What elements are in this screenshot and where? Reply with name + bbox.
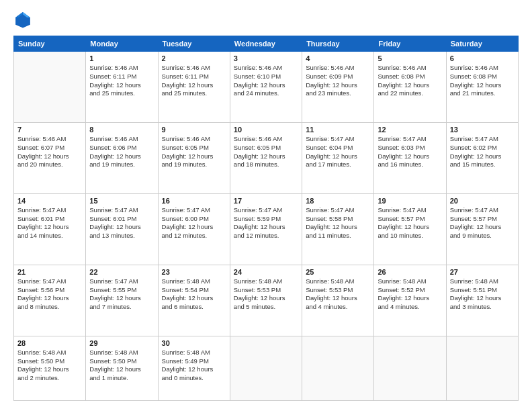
day-number: 17 bbox=[234, 197, 298, 205]
calendar-table: SundayMondayTuesdayWednesdayThursdayFrid… bbox=[13, 36, 519, 401]
day-number: 24 bbox=[234, 268, 298, 276]
day-of-week-header: Saturday bbox=[446, 36, 518, 52]
calendar-cell: 11Sunrise: 5:47 AM Sunset: 6:04 PM Dayli… bbox=[302, 122, 374, 193]
calendar-cell: 2Sunrise: 5:46 AM Sunset: 6:11 PM Daylig… bbox=[158, 52, 230, 123]
day-number: 7 bbox=[17, 126, 82, 134]
day-number: 5 bbox=[378, 54, 442, 62]
calendar-cell: 19Sunrise: 5:47 AM Sunset: 5:57 PM Dayli… bbox=[374, 193, 446, 265]
day-number: 18 bbox=[306, 197, 370, 205]
calendar-cell: 10Sunrise: 5:46 AM Sunset: 6:05 PM Dayli… bbox=[230, 122, 302, 193]
calendar-cell bbox=[230, 336, 302, 400]
day-of-week-header: Friday bbox=[374, 36, 446, 52]
calendar-cell: 7Sunrise: 5:46 AM Sunset: 6:07 PM Daylig… bbox=[14, 122, 86, 193]
day-info: Sunrise: 5:46 AM Sunset: 6:07 PM Dayligh… bbox=[17, 135, 82, 169]
calendar-cell bbox=[446, 336, 518, 400]
day-info: Sunrise: 5:48 AM Sunset: 5:53 PM Dayligh… bbox=[306, 277, 370, 312]
day-of-week-header: Tuesday bbox=[158, 36, 230, 52]
day-of-week-header: Sunday bbox=[14, 36, 86, 52]
day-info: Sunrise: 5:47 AM Sunset: 5:59 PM Dayligh… bbox=[234, 206, 298, 240]
day-number: 27 bbox=[450, 268, 515, 276]
day-number: 1 bbox=[89, 54, 154, 62]
day-info: Sunrise: 5:48 AM Sunset: 5:51 PM Dayligh… bbox=[450, 277, 515, 312]
day-info: Sunrise: 5:47 AM Sunset: 6:01 PM Dayligh… bbox=[17, 206, 82, 240]
day-info: Sunrise: 5:47 AM Sunset: 5:55 PM Dayligh… bbox=[89, 277, 154, 312]
calendar-cell: 13Sunrise: 5:47 AM Sunset: 6:02 PM Dayli… bbox=[446, 122, 518, 193]
day-info: Sunrise: 5:46 AM Sunset: 6:10 PM Dayligh… bbox=[234, 64, 298, 98]
calendar-cell: 30Sunrise: 5:48 AM Sunset: 5:49 PM Dayli… bbox=[158, 336, 230, 400]
logo bbox=[13, 10, 35, 29]
day-number: 20 bbox=[450, 197, 515, 205]
day-number: 16 bbox=[162, 197, 226, 205]
day-number: 26 bbox=[378, 268, 442, 276]
calendar-cell: 26Sunrise: 5:48 AM Sunset: 5:52 PM Dayli… bbox=[374, 265, 446, 336]
day-number: 28 bbox=[17, 339, 82, 347]
calendar-body: 1Sunrise: 5:46 AM Sunset: 6:11 PM Daylig… bbox=[14, 52, 519, 401]
calendar-cell: 15Sunrise: 5:47 AM Sunset: 6:01 PM Dayli… bbox=[86, 193, 158, 265]
calendar-cell: 6Sunrise: 5:46 AM Sunset: 6:08 PM Daylig… bbox=[446, 52, 518, 123]
calendar-cell: 4Sunrise: 5:46 AM Sunset: 6:09 PM Daylig… bbox=[302, 52, 374, 123]
day-number: 13 bbox=[450, 126, 515, 134]
calendar-cell: 8Sunrise: 5:46 AM Sunset: 6:06 PM Daylig… bbox=[86, 122, 158, 193]
day-info: Sunrise: 5:48 AM Sunset: 5:49 PM Dayligh… bbox=[162, 349, 226, 383]
calendar-cell: 29Sunrise: 5:48 AM Sunset: 5:50 PM Dayli… bbox=[86, 336, 158, 400]
calendar-cell bbox=[14, 52, 86, 123]
day-number: 9 bbox=[162, 126, 226, 134]
day-of-week-header: Wednesday bbox=[230, 36, 302, 52]
day-info: Sunrise: 5:46 AM Sunset: 6:11 PM Dayligh… bbox=[162, 64, 226, 98]
calendar-week-row: 21Sunrise: 5:47 AM Sunset: 5:56 PM Dayli… bbox=[14, 265, 519, 336]
day-info: Sunrise: 5:47 AM Sunset: 6:01 PM Dayligh… bbox=[89, 206, 154, 240]
day-number: 2 bbox=[162, 54, 226, 62]
day-number: 10 bbox=[234, 126, 298, 134]
logo-icon bbox=[13, 10, 32, 29]
day-info: Sunrise: 5:48 AM Sunset: 5:54 PM Dayligh… bbox=[162, 277, 226, 312]
day-number: 30 bbox=[162, 339, 226, 347]
day-info: Sunrise: 5:46 AM Sunset: 6:05 PM Dayligh… bbox=[234, 135, 298, 169]
calendar-cell: 20Sunrise: 5:47 AM Sunset: 5:57 PM Dayli… bbox=[446, 193, 518, 265]
day-info: Sunrise: 5:47 AM Sunset: 5:57 PM Dayligh… bbox=[378, 206, 442, 240]
day-info: Sunrise: 5:46 AM Sunset: 6:11 PM Dayligh… bbox=[89, 64, 154, 98]
day-info: Sunrise: 5:48 AM Sunset: 5:50 PM Dayligh… bbox=[89, 349, 154, 383]
day-info: Sunrise: 5:46 AM Sunset: 6:05 PM Dayligh… bbox=[162, 135, 226, 169]
calendar-cell: 25Sunrise: 5:48 AM Sunset: 5:53 PM Dayli… bbox=[302, 265, 374, 336]
day-info: Sunrise: 5:47 AM Sunset: 6:00 PM Dayligh… bbox=[162, 206, 226, 240]
day-info: Sunrise: 5:46 AM Sunset: 6:08 PM Dayligh… bbox=[378, 64, 442, 98]
day-number: 29 bbox=[89, 339, 154, 347]
day-info: Sunrise: 5:47 AM Sunset: 6:03 PM Dayligh… bbox=[378, 135, 442, 169]
calendar-cell: 1Sunrise: 5:46 AM Sunset: 6:11 PM Daylig… bbox=[86, 52, 158, 123]
day-number: 25 bbox=[306, 268, 370, 276]
day-number: 3 bbox=[234, 54, 298, 62]
day-info: Sunrise: 5:48 AM Sunset: 5:52 PM Dayligh… bbox=[378, 277, 442, 312]
day-number: 22 bbox=[89, 268, 154, 276]
day-number: 21 bbox=[17, 268, 82, 276]
day-info: Sunrise: 5:47 AM Sunset: 5:56 PM Dayligh… bbox=[17, 277, 82, 312]
page: SundayMondayTuesdayWednesdayThursdayFrid… bbox=[0, 0, 532, 411]
calendar-cell: 18Sunrise: 5:47 AM Sunset: 5:58 PM Dayli… bbox=[302, 193, 374, 265]
day-info: Sunrise: 5:46 AM Sunset: 6:06 PM Dayligh… bbox=[89, 135, 154, 169]
calendar-cell bbox=[374, 336, 446, 400]
day-of-week-header: Thursday bbox=[302, 36, 374, 52]
day-number: 14 bbox=[17, 197, 82, 205]
day-info: Sunrise: 5:48 AM Sunset: 5:50 PM Dayligh… bbox=[17, 349, 82, 383]
calendar-cell bbox=[302, 336, 374, 400]
day-info: Sunrise: 5:47 AM Sunset: 6:02 PM Dayligh… bbox=[450, 135, 515, 169]
calendar-cell: 9Sunrise: 5:46 AM Sunset: 6:05 PM Daylig… bbox=[158, 122, 230, 193]
calendar-cell: 17Sunrise: 5:47 AM Sunset: 5:59 PM Dayli… bbox=[230, 193, 302, 265]
day-info: Sunrise: 5:47 AM Sunset: 6:04 PM Dayligh… bbox=[306, 135, 370, 169]
header bbox=[13, 10, 519, 29]
day-number: 4 bbox=[306, 54, 370, 62]
calendar-cell: 14Sunrise: 5:47 AM Sunset: 6:01 PM Dayli… bbox=[14, 193, 86, 265]
header-row: SundayMondayTuesdayWednesdayThursdayFrid… bbox=[14, 36, 519, 52]
day-number: 23 bbox=[162, 268, 226, 276]
calendar-cell: 12Sunrise: 5:47 AM Sunset: 6:03 PM Dayli… bbox=[374, 122, 446, 193]
day-number: 12 bbox=[378, 126, 442, 134]
calendar-week-row: 7Sunrise: 5:46 AM Sunset: 6:07 PM Daylig… bbox=[14, 122, 519, 193]
day-number: 11 bbox=[306, 126, 370, 134]
day-info: Sunrise: 5:48 AM Sunset: 5:53 PM Dayligh… bbox=[234, 277, 298, 312]
calendar-cell: 16Sunrise: 5:47 AM Sunset: 6:00 PM Dayli… bbox=[158, 193, 230, 265]
calendar-week-row: 28Sunrise: 5:48 AM Sunset: 5:50 PM Dayli… bbox=[14, 336, 519, 400]
day-info: Sunrise: 5:46 AM Sunset: 6:08 PM Dayligh… bbox=[450, 64, 515, 98]
day-info: Sunrise: 5:46 AM Sunset: 6:09 PM Dayligh… bbox=[306, 64, 370, 98]
svg-marker-0 bbox=[15, 12, 30, 28]
day-of-week-header: Monday bbox=[86, 36, 158, 52]
calendar-week-row: 14Sunrise: 5:47 AM Sunset: 6:01 PM Dayli… bbox=[14, 193, 519, 265]
